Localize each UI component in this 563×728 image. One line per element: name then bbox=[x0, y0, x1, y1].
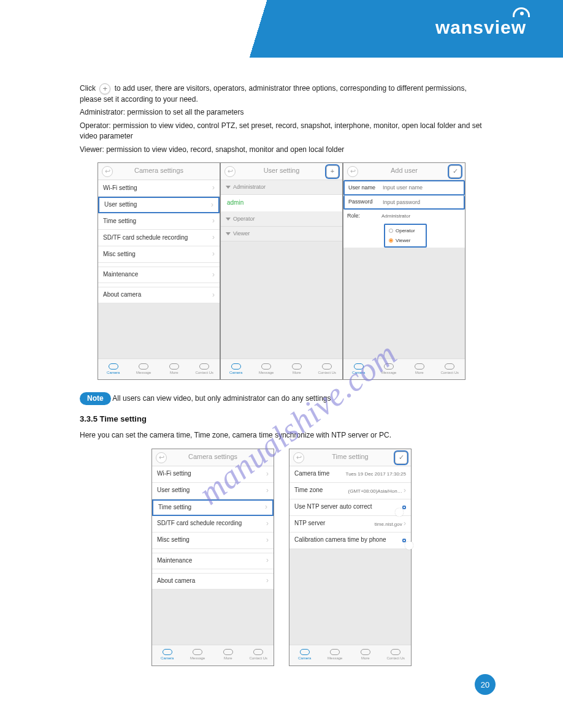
value: (GMT+08:00)Asia/Hon… bbox=[348, 488, 402, 494]
label: Operator bbox=[396, 227, 415, 235]
plus-icon: + bbox=[99, 83, 110, 94]
tab-camera[interactable]: Camera bbox=[152, 645, 183, 665]
row-maintenance[interactable]: Maintenance› bbox=[152, 553, 274, 569]
row-about[interactable]: About camera› bbox=[152, 573, 274, 590]
tab-contact[interactable]: Contact Us bbox=[435, 359, 465, 379]
more-icon bbox=[415, 363, 424, 370]
row-sd[interactable]: SD/TF card schedule recording› bbox=[152, 516, 274, 533]
screenshots-row-2: ↩ Camera settings Wi-Fi setting› User se… bbox=[80, 449, 483, 666]
row-user-setting[interactable]: User setting› bbox=[98, 197, 220, 213]
tab-message[interactable]: Message bbox=[129, 359, 159, 379]
row-maintenance[interactable]: Maintenance› bbox=[98, 267, 220, 283]
row-sd[interactable]: SD/TF card schedule recording› bbox=[98, 230, 220, 246]
row-misc[interactable]: Misc setting› bbox=[152, 533, 274, 549]
group-viewer[interactable]: Viewer bbox=[221, 227, 342, 241]
tab-message[interactable]: Message bbox=[183, 645, 213, 665]
camera-icon bbox=[163, 649, 172, 655]
label-username: User name bbox=[348, 184, 379, 192]
tab-more[interactable]: More bbox=[213, 645, 243, 665]
label: Maintenance bbox=[103, 270, 138, 279]
page-number: 20 bbox=[475, 674, 496, 695]
tab-contact[interactable]: Contact Us bbox=[243, 645, 274, 665]
add-user-form: User name Password Role: Administrator O… bbox=[343, 180, 465, 248]
radio-icon bbox=[389, 229, 393, 233]
tab-camera[interactable]: Camera bbox=[221, 359, 251, 379]
username-input[interactable] bbox=[383, 184, 460, 191]
back-icon[interactable]: ↩ bbox=[347, 166, 358, 177]
back-icon[interactable]: ↩ bbox=[102, 166, 113, 177]
tabbar: Camera Message More Contact Us bbox=[289, 645, 411, 665]
tabbar: Camera Message More Contact Us bbox=[221, 358, 342, 379]
chevron-right-icon: › bbox=[265, 502, 267, 512]
password-input[interactable] bbox=[383, 199, 460, 205]
confirm-button[interactable]: ✓ bbox=[395, 452, 407, 464]
row-camera-time: Camera time Tues 19 Dec 2017 17:30:25 bbox=[289, 466, 411, 483]
row-misc[interactable]: Misc setting› bbox=[98, 246, 220, 263]
tab-camera[interactable]: Camera bbox=[98, 359, 129, 379]
chevron-down-icon bbox=[226, 218, 231, 221]
back-icon[interactable]: ↩ bbox=[156, 452, 167, 463]
camera-icon bbox=[231, 363, 241, 370]
chevron-right-icon: › bbox=[266, 518, 269, 529]
time-text: Here you can set the camera time, Time z… bbox=[80, 430, 483, 441]
role-option-viewer[interactable]: Viewer bbox=[385, 236, 426, 246]
chevron-right-icon: › bbox=[212, 290, 215, 300]
label: Operator bbox=[233, 215, 255, 223]
tab-contact[interactable]: Contact Us bbox=[312, 359, 343, 379]
add-user-button[interactable]: + bbox=[326, 165, 339, 178]
row-time-zone[interactable]: Time zone (GMT+08:00)Asia/Hon… › bbox=[289, 483, 411, 499]
row-time[interactable]: Time setting› bbox=[152, 499, 274, 516]
role-option-operator[interactable]: Operator bbox=[385, 226, 426, 236]
group-admin[interactable]: Administrator bbox=[221, 180, 342, 195]
chevron-right-icon: › bbox=[211, 200, 213, 210]
tabbar: Camera Message More Contact Us bbox=[98, 358, 220, 379]
chevron-down-icon bbox=[226, 186, 231, 189]
panel-title: Time setting bbox=[332, 452, 369, 462]
tab-more[interactable]: More bbox=[404, 359, 435, 379]
tab-message[interactable]: Message bbox=[374, 359, 405, 379]
confirm-button[interactable]: ✓ bbox=[449, 165, 461, 178]
group-operator[interactable]: Operator bbox=[221, 212, 342, 227]
time-settings-list: Camera time Tues 19 Dec 2017 17:30:25 Ti… bbox=[289, 466, 411, 549]
tab-camera[interactable]: Camera bbox=[289, 645, 320, 665]
tab-message[interactable]: Message bbox=[251, 359, 282, 379]
chevron-right-icon: › bbox=[212, 270, 215, 280]
chevron-right-icon: › bbox=[404, 519, 406, 528]
panel-add-user: ↩ Add user ✓ User name Password Role: Ad… bbox=[343, 162, 465, 380]
tab-label: Contact Us bbox=[195, 370, 213, 376]
mail-icon bbox=[322, 363, 332, 370]
tab-more[interactable]: More bbox=[282, 359, 312, 379]
camera-icon bbox=[300, 649, 310, 655]
label: Time setting bbox=[158, 503, 191, 512]
row-ntp-server[interactable]: NTP server time.nist.gov › bbox=[289, 516, 411, 533]
user-admin[interactable]: admin bbox=[221, 195, 342, 212]
tab-more[interactable]: More bbox=[159, 359, 190, 379]
message-icon bbox=[330, 649, 340, 655]
message-icon bbox=[193, 649, 202, 655]
note-label: Note bbox=[80, 392, 111, 405]
label: Misc setting bbox=[103, 250, 136, 259]
row-wifi[interactable]: Wi-Fi setting› bbox=[152, 466, 274, 483]
back-icon[interactable]: ↩ bbox=[293, 452, 304, 463]
row-user-setting[interactable]: User setting› bbox=[152, 483, 274, 499]
tab-more[interactable]: More bbox=[350, 645, 381, 665]
text: to add user, there are visitors, operato… bbox=[80, 84, 467, 104]
label: Wi-Fi setting bbox=[157, 469, 191, 479]
tab-camera[interactable]: Camera bbox=[343, 359, 374, 379]
more-icon bbox=[223, 649, 233, 655]
panel-header: ↩ Camera settings bbox=[152, 449, 274, 466]
row-time[interactable]: Time setting› bbox=[98, 213, 220, 230]
tab-message[interactable]: Message bbox=[320, 645, 351, 665]
row-cal-phone: Calibration camera time by phone bbox=[289, 533, 411, 549]
value-wrap: (GMT+08:00)Asia/Hon… › bbox=[348, 485, 407, 496]
label: SD/TF card schedule recording bbox=[103, 233, 188, 243]
chevron-right-icon: › bbox=[266, 535, 269, 545]
tab-contact[interactable]: Contact Us bbox=[190, 359, 220, 379]
chevron-right-icon: › bbox=[266, 555, 269, 566]
row-about[interactable]: About camera› bbox=[98, 287, 220, 303]
label: About camera bbox=[103, 290, 141, 300]
row-wifi[interactable]: Wi-Fi setting› bbox=[98, 180, 220, 197]
tab-contact[interactable]: Contact Us bbox=[381, 645, 412, 665]
back-icon[interactable]: ↩ bbox=[224, 166, 236, 177]
label: Camera time bbox=[294, 469, 329, 479]
